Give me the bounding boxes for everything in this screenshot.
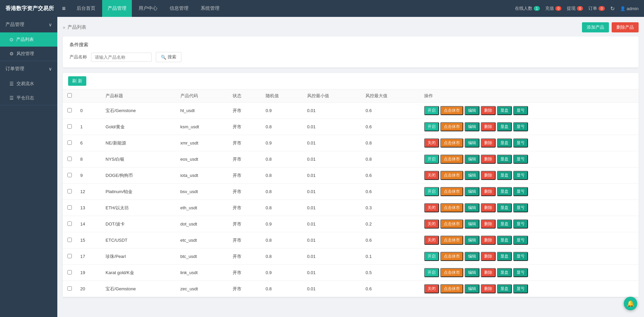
suspend-button[interactable]: 点击休市 [440,203,463,212]
edit-button[interactable]: 编辑 [465,171,479,180]
hide-button[interactable]: 显亏 [513,252,528,261]
edit-button[interactable]: 编辑 [465,122,479,131]
hide-button[interactable]: 显亏 [513,203,528,212]
search-input[interactable] [91,53,152,62]
hide-button[interactable]: 显亏 [513,106,528,115]
nav-item-product[interactable]: 产品管理 [102,0,132,17]
row-select-checkbox[interactable] [67,140,72,145]
hide-button[interactable]: 显亏 [513,284,528,293]
suspend-button[interactable]: 点击休市 [440,284,463,293]
refresh-button[interactable]: 刷 新 [68,76,86,86]
show-button[interactable]: 显盘 [497,155,512,164]
sidebar-item-trade[interactable]: ☰ 交易流水 [0,77,57,91]
close-button[interactable]: 关闭 [424,138,439,148]
row-select-checkbox[interactable] [67,221,72,226]
suspend-button[interactable]: 点击休市 [440,155,463,164]
row-select-checkbox[interactable] [67,173,72,177]
close-button[interactable]: 关闭 [424,284,439,293]
open-button[interactable]: 开启 [424,106,439,115]
show-button[interactable]: 显盘 [497,219,512,229]
show-button[interactable]: 显盘 [497,284,512,293]
menu-toggle-icon[interactable]: ≡ [62,5,66,12]
nav-item-info[interactable]: 信息管理 [164,0,194,17]
edit-button[interactable]: 编辑 [465,236,479,245]
edit-button[interactable]: 编辑 [465,187,479,196]
row-select-checkbox[interactable] [67,270,72,274]
show-button[interactable]: 显盘 [497,252,512,261]
edit-button[interactable]: 编辑 [465,252,479,261]
delete-button[interactable]: 删除 [481,219,496,229]
add-product-button[interactable]: 添加产品 [582,22,609,32]
edit-button[interactable]: 编辑 [465,219,479,229]
edit-button[interactable]: 编辑 [465,284,479,293]
search-button[interactable]: 🔍 搜索 [156,52,181,62]
delete-button[interactable]: 删除 [481,122,496,131]
suspend-button[interactable]: 点击休市 [440,106,463,115]
show-button[interactable]: 显盘 [497,171,512,180]
close-button[interactable]: 关闭 [424,236,439,245]
show-button[interactable]: 显盘 [497,122,512,131]
show-button[interactable]: 显盘 [497,203,512,212]
edit-button[interactable]: 编辑 [465,138,479,148]
open-button[interactable]: 开启 [424,252,439,261]
close-button[interactable]: 关闭 [424,203,439,212]
show-button[interactable]: 显盘 [497,138,512,148]
delete-button[interactable]: 删除 [481,171,496,180]
hide-button[interactable]: 显亏 [513,236,528,245]
open-button[interactable]: 开启 [424,122,439,131]
hide-button[interactable]: 显亏 [513,219,528,229]
hide-button[interactable]: 显亏 [513,187,528,196]
select-all-checkbox[interactable] [67,93,72,98]
show-button[interactable]: 显盘 [497,187,512,196]
row-select-checkbox[interactable] [67,108,72,112]
hide-button[interactable]: 显亏 [513,171,528,180]
edit-button[interactable]: 编辑 [465,203,479,212]
show-button[interactable]: 显盘 [497,236,512,245]
row-select-checkbox[interactable] [67,189,72,193]
sidebar-header-order[interactable]: 订单管理 ∨ [0,61,57,77]
chat-notification-icon[interactable]: 🔔 [624,297,637,310]
sidebar-item-product-list[interactable]: ⊙ 产品列表 [0,32,57,47]
hide-button[interactable]: 显亏 [513,155,528,164]
show-button[interactable]: 显盘 [497,268,512,277]
row-select-checkbox[interactable] [67,254,72,258]
edit-button[interactable]: 编辑 [465,155,479,164]
row-select-checkbox[interactable] [67,238,72,242]
suspend-button[interactable]: 点击休市 [440,171,463,180]
delete-product-button[interactable]: 删除产品 [612,22,639,32]
open-button[interactable]: 开启 [424,268,439,277]
show-button[interactable]: 显盘 [497,106,512,115]
nav-item-dashboard[interactable]: 后台首页 [71,0,101,17]
close-button[interactable]: 关闭 [424,219,439,229]
delete-button[interactable]: 删除 [481,138,496,148]
suspend-button[interactable]: 点击休市 [440,236,463,245]
delete-button[interactable]: 删除 [481,187,496,196]
hide-button[interactable]: 显亏 [513,268,528,277]
hide-button[interactable]: 显亏 [513,138,528,148]
delete-button[interactable]: 删除 [481,155,496,164]
open-button[interactable]: 开启 [424,155,439,164]
suspend-button[interactable]: 点击休市 [440,252,463,261]
delete-button[interactable]: 删除 [481,106,496,115]
row-select-checkbox[interactable] [67,205,72,210]
sidebar-header-product[interactable]: 产品管理 ∨ [0,17,57,32]
delete-button[interactable]: 删除 [481,284,496,293]
nav-item-system[interactable]: 系统管理 [195,0,225,17]
delete-button[interactable]: 删除 [481,252,496,261]
edit-button[interactable]: 编辑 [465,106,479,115]
suspend-button[interactable]: 点击休市 [440,219,463,229]
suspend-button[interactable]: 点击休市 [440,187,463,196]
sidebar-item-closelog[interactable]: ☰ 平仓日志 [0,91,57,105]
close-button[interactable]: 关闭 [424,171,439,180]
row-select-checkbox[interactable] [67,157,72,161]
sidebar-item-risk[interactable]: ⚙ 风控管理 [0,47,57,61]
hide-button[interactable]: 显亏 [513,122,528,131]
edit-button[interactable]: 编辑 [465,268,479,277]
delete-button[interactable]: 删除 [481,203,496,212]
row-select-checkbox[interactable] [67,286,72,291]
open-button[interactable]: 开启 [424,187,439,196]
suspend-button[interactable]: 点击休市 [440,268,463,277]
nav-item-user[interactable]: 用户中心 [133,0,163,17]
refresh-icon[interactable]: ↻ [610,5,615,12]
delete-button[interactable]: 删除 [481,236,496,245]
